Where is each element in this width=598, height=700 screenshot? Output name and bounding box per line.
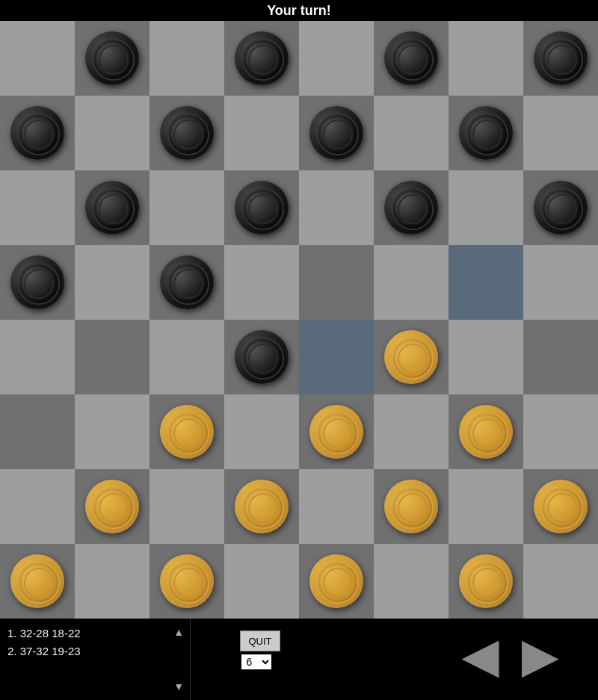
cell-1-0[interactable] (0, 96, 75, 170)
cell-1-5 (374, 96, 449, 170)
cell-7-4[interactable] (299, 544, 374, 619)
cell-5-1 (75, 394, 150, 469)
cell-0-7[interactable] (523, 21, 598, 96)
cell-5-3 (224, 394, 299, 469)
board-container (0, 21, 598, 619)
black-piece-0-1[interactable] (85, 31, 139, 85)
cell-7-2[interactable] (150, 544, 224, 619)
cell-4-5[interactable] (374, 320, 449, 394)
cell-4-3[interactable] (224, 320, 299, 394)
cell-5-0[interactable] (0, 394, 75, 469)
cell-2-5[interactable] (374, 170, 449, 245)
bottom-panel: 1. 32-28 18-22 2. 37-32 19-23 ▲ ▼ White … (0, 619, 598, 700)
cell-2-7[interactable] (523, 170, 598, 245)
cell-3-7 (523, 245, 598, 320)
cell-4-0 (0, 320, 75, 394)
white-piece-4-5[interactable] (384, 330, 438, 384)
cell-2-0 (0, 170, 75, 245)
white-piece-6-7[interactable] (534, 480, 588, 533)
black-piece-3-2[interactable] (160, 255, 214, 309)
cell-7-5 (374, 544, 449, 619)
cell-0-3[interactable] (224, 21, 299, 96)
cell-0-4 (299, 21, 374, 96)
cell-7-0[interactable] (0, 544, 75, 619)
black-piece-0-3[interactable] (235, 31, 289, 85)
move-line-2: 2. 37-32 19-23 (7, 642, 182, 660)
cell-3-1 (75, 245, 150, 320)
cell-7-1 (75, 544, 150, 619)
cell-2-6 (449, 170, 523, 245)
white-piece-5-6[interactable] (459, 405, 513, 459)
black-piece-2-1[interactable] (85, 181, 139, 235)
cell-0-1[interactable] (75, 21, 150, 96)
white-piece-6-1[interactable] (85, 480, 139, 533)
level-select[interactable]: 12345678910 (241, 654, 271, 669)
cell-6-7[interactable] (523, 469, 598, 544)
cell-6-1[interactable] (75, 469, 150, 544)
prev-button[interactable] (462, 641, 499, 678)
quit-button[interactable]: QUIT (240, 631, 280, 651)
cell-4-6 (449, 320, 523, 394)
black-piece-1-6[interactable] (459, 106, 513, 160)
level-label: Level = (200, 655, 241, 668)
cell-1-7 (523, 96, 598, 170)
cell-0-2 (150, 21, 224, 96)
cell-2-4 (299, 170, 374, 245)
game-header: Your turn! (0, 0, 598, 21)
white-piece-5-4[interactable] (309, 405, 363, 459)
next-button[interactable] (522, 641, 559, 678)
cell-4-2 (150, 320, 224, 394)
cell-2-2 (150, 170, 224, 245)
cell-3-4[interactable] (299, 245, 374, 320)
black-piece-0-5[interactable] (384, 31, 438, 85)
cell-1-2[interactable] (150, 96, 224, 170)
white-piece-7-0[interactable] (10, 554, 64, 608)
white-piece-7-4[interactable] (309, 554, 363, 608)
black-piece-3-0[interactable] (10, 255, 64, 309)
move-line-1: 1. 32-28 18-22 (7, 625, 182, 642)
cell-1-1 (75, 96, 150, 170)
cell-5-5 (374, 394, 449, 469)
cell-7-3 (224, 544, 299, 619)
cell-0-6 (449, 21, 523, 96)
black-piece-2-3[interactable] (235, 181, 289, 235)
cell-3-2[interactable] (150, 245, 224, 320)
black-piece-1-2[interactable] (160, 106, 214, 160)
white-piece-7-6[interactable] (459, 554, 513, 608)
cell-0-5[interactable] (374, 21, 449, 96)
white-piece-6-5[interactable] (384, 480, 438, 533)
score-quit-container: White = 20 Black = 20 Level = 1234567891… (191, 619, 422, 700)
white-piece-6-3[interactable] (235, 480, 289, 533)
nav-panel (422, 619, 598, 700)
score-quit-row: White = 20 Black = 20 Level = 1234567891… (191, 619, 422, 669)
cell-5-4[interactable] (299, 394, 374, 469)
cell-4-4 (299, 320, 374, 394)
cell-7-7 (523, 544, 598, 619)
cell-6-3[interactable] (224, 469, 299, 544)
black-piece-1-4[interactable] (309, 106, 363, 160)
cell-2-1[interactable] (75, 170, 150, 245)
cell-5-2[interactable] (150, 394, 224, 469)
black-piece-2-5[interactable] (384, 181, 438, 235)
cell-3-0[interactable] (0, 245, 75, 320)
cell-4-7[interactable] (523, 320, 598, 394)
black-piece-2-7[interactable] (534, 181, 588, 235)
black-piece-0-7[interactable] (534, 31, 588, 85)
cell-5-6[interactable] (449, 394, 523, 469)
black-piece-4-3[interactable] (235, 330, 289, 384)
cell-1-6[interactable] (449, 96, 523, 170)
cell-2-3[interactable] (224, 170, 299, 245)
cell-3-6[interactable] (449, 245, 523, 320)
move-list: 1. 32-28 18-22 2. 37-32 19-23 ▲ ▼ (0, 619, 191, 700)
checkerboard (0, 21, 598, 619)
scroll-down-button[interactable]: ▼ (173, 681, 184, 693)
cell-7-6[interactable] (449, 544, 523, 619)
cell-1-4[interactable] (299, 96, 374, 170)
cell-6-5[interactable] (374, 469, 449, 544)
white-piece-5-2[interactable] (160, 405, 214, 459)
cell-4-1[interactable] (75, 320, 150, 394)
cell-6-6 (449, 469, 523, 544)
white-piece-7-2[interactable] (160, 554, 214, 608)
black-piece-1-0[interactable] (10, 106, 64, 160)
scroll-up-button[interactable]: ▲ (173, 626, 184, 638)
